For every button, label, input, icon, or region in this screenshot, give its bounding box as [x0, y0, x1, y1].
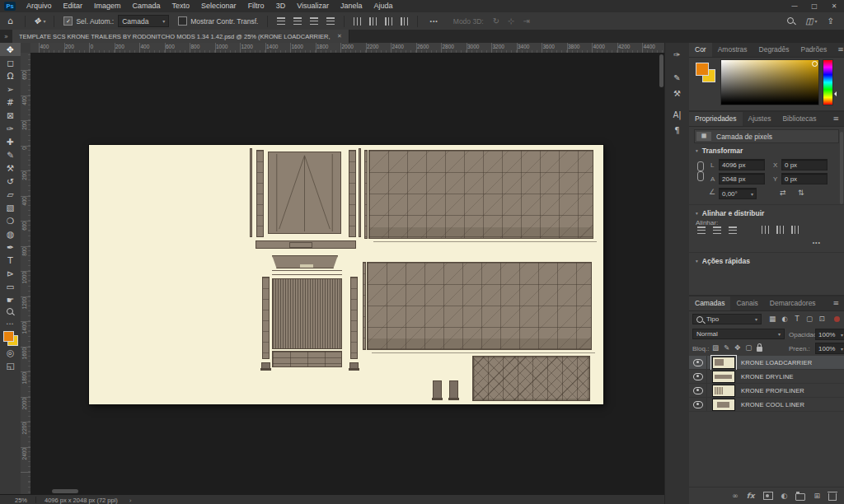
more-align-button[interactable]: ••• [813, 240, 821, 245]
menu-texto[interactable]: Texto [166, 0, 196, 12]
home-icon[interactable]: ⌂ [7, 16, 13, 26]
new-group-icon[interactable] [795, 493, 805, 501]
brush-settings-panel-icon[interactable]: ✑ [665, 47, 690, 63]
eye-visibility-icon[interactable] [693, 373, 703, 380]
path-selection-tool[interactable]: ⊳ [0, 267, 21, 280]
new-layer-icon[interactable]: ⊞ [814, 492, 820, 500]
eye-visibility-icon[interactable] [693, 401, 703, 408]
document-tab[interactable]: TEMPLATE SCS KRONE TRAILERS BY RODONITCH… [12, 30, 349, 43]
filter-pixel-layers-icon[interactable]: ▦ [767, 314, 778, 324]
tab-cor[interactable]: Cor [689, 43, 712, 57]
clone-source-panel-icon[interactable]: ⚒ [665, 86, 690, 101]
lock-position-icon[interactable]: ✥ [734, 343, 740, 352]
minimize-button[interactable]: — [785, 2, 804, 10]
align-section-header[interactable]: ▾ Alinhar e distribuir [696, 209, 764, 217]
auto-select-target-dropdown[interactable]: Camada ▾ [118, 15, 169, 27]
layer-row[interactable]: KRONE COOL LINER [689, 398, 844, 412]
spot-healing-brush-tool[interactable]: ✚ [0, 135, 21, 148]
gradient-tool[interactable]: ▧ [0, 201, 21, 214]
menu-filtro[interactable]: Filtro [242, 0, 270, 12]
tab-ajustes[interactable]: Ajustes [743, 112, 777, 126]
canvas-viewport[interactable] [30, 53, 664, 494]
type-tool[interactable]: T [0, 254, 21, 267]
scrollbar-thumb[interactable] [52, 489, 78, 493]
align-right-button[interactable] [310, 17, 318, 25]
lock-artboard-icon[interactable]: ▢ [745, 343, 752, 352]
hue-slider[interactable] [823, 59, 833, 105]
zoom-tool[interactable] [0, 306, 21, 320]
menu-imagem[interactable]: Imagem [88, 0, 127, 12]
foreground-color-swatch[interactable] [696, 63, 709, 76]
tab-demarcadores[interactable]: Demarcadores [764, 296, 822, 310]
menu-selecionar[interactable]: Selecionar [195, 0, 242, 12]
link-layers-icon[interactable]: ∞ [732, 492, 738, 500]
panel-menu-icon[interactable]: ≡ [828, 296, 844, 310]
workspace-switcher-button[interactable]: ◫ ▾ [805, 16, 817, 26]
align-right-edges-button[interactable] [729, 226, 737, 234]
toolbar-more-icon[interactable]: ••• [0, 321, 21, 326]
quick-mask-button[interactable]: ◎ [0, 346, 21, 359]
clone-stamp-tool[interactable]: ⚒ [0, 161, 21, 175]
distribute-v-button[interactable] [401, 17, 408, 26]
auto-select-checkbox[interactable]: ✓ Sel. Autom.: [63, 16, 114, 26]
menu-3d[interactable]: 3D [270, 0, 292, 12]
filter-shape-layers-icon[interactable]: ▢ [804, 314, 815, 324]
tab-padroes[interactable]: Padrões [795, 43, 832, 57]
history-brush-tool[interactable]: ↺ [0, 175, 21, 188]
flip-vertical-icon[interactable]: ⇅ [798, 189, 804, 197]
brush-tool[interactable]: ✎ [0, 148, 21, 161]
align-left-button[interactable] [277, 17, 285, 25]
width-field[interactable]: 4096 px [719, 159, 765, 170]
maximize-button[interactable]: □ [804, 2, 824, 10]
hand-tool[interactable]: ☛ [0, 293, 21, 306]
align-horizontal-centers-button[interactable] [713, 226, 721, 234]
tab-bibliotecas[interactable]: Bibliotecas [776, 112, 822, 126]
menu-arquivo[interactable]: Arquivo [21, 0, 58, 12]
eraser-tool[interactable]: ▱ [0, 188, 21, 201]
layer-filter-dropdown[interactable]: Tipo ▾ [692, 314, 762, 324]
align-left-edges-button[interactable] [697, 226, 706, 234]
object-selection-tool[interactable]: ➢ [0, 82, 21, 96]
rectangle-tool[interactable]: ▭ [0, 280, 21, 293]
add-layer-mask-icon[interactable] [763, 492, 773, 500]
search-icon[interactable] [787, 17, 795, 26]
align-vertical-centers-button[interactable] [776, 226, 784, 234]
align-bottom-button[interactable] [385, 17, 392, 26]
delete-layer-icon[interactable] [828, 493, 837, 501]
tab-amostras[interactable]: Amostras [712, 43, 753, 57]
tab-overflow-icon[interactable]: » [0, 33, 12, 40]
layer-row[interactable]: KRONE PROFILINER [689, 384, 844, 398]
tab-camadas[interactable]: Camadas [689, 296, 730, 310]
fill-field[interactable]: 100% ▾ [815, 343, 844, 354]
tab-propriedades[interactable]: Propriedades [689, 112, 743, 126]
paragraph-panel-icon[interactable]: ¶ [665, 123, 690, 138]
layer-row[interactable]: KRONE DRYLINE [689, 370, 844, 384]
frame-tool[interactable]: ⊠ [0, 109, 21, 122]
canvas[interactable] [89, 145, 603, 404]
layer-thumbnail[interactable] [712, 385, 735, 397]
layer-effects-icon[interactable]: fx [747, 492, 755, 500]
close-button[interactable]: ✕ [824, 2, 844, 10]
lasso-tool[interactable]: Ω [0, 69, 21, 82]
menu-editar[interactable]: Editar [58, 0, 89, 12]
menu-ajuda[interactable]: Ajuda [368, 0, 399, 12]
quick-actions-section-header[interactable]: ▾ Ações rápidas [696, 257, 750, 265]
flip-horizontal-icon[interactable]: ⇄ [780, 189, 786, 197]
tab-degrades[interactable]: Degradês [753, 43, 795, 57]
foreground-color-swatch[interactable] [3, 331, 14, 342]
filter-type-layers-icon[interactable]: T [791, 314, 803, 324]
distribute-h-button[interactable] [326, 17, 335, 25]
panel-menu-icon[interactable]: ≡ [828, 112, 844, 126]
more-align-options-button[interactable]: ••• [429, 18, 438, 24]
zoom-level-field[interactable]: 25% [15, 497, 27, 504]
layer-thumbnail[interactable] [712, 371, 735, 383]
color-field[interactable] [720, 59, 819, 105]
align-top-button[interactable] [354, 17, 361, 26]
align-middle-button[interactable] [369, 17, 377, 26]
tab-close-icon[interactable]: ✕ [337, 33, 342, 40]
filter-smart-objects-icon[interactable]: ⊡ [816, 314, 828, 324]
layer-thumbnail[interactable] [712, 357, 735, 369]
pen-tool[interactable]: ✒ [0, 240, 21, 254]
filter-adjustment-layers-icon[interactable]: ◐ [779, 314, 790, 324]
dodge-tool[interactable]: ◍ [0, 227, 21, 240]
